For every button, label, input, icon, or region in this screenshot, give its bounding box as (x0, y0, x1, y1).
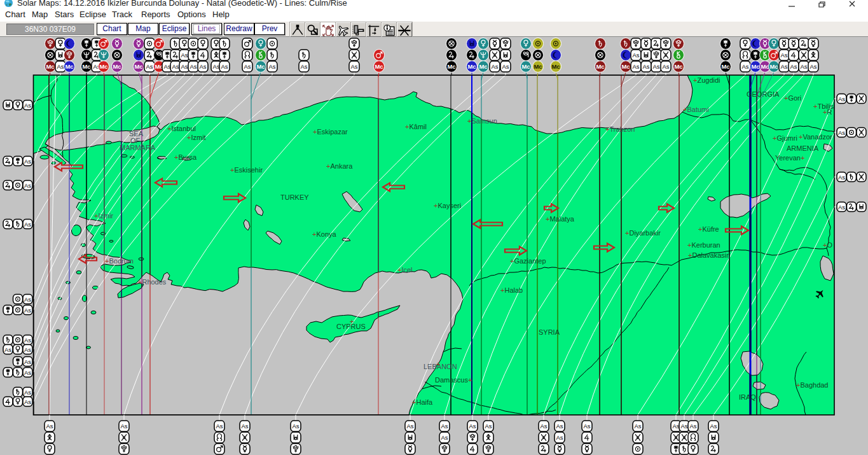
svg-text:As: As (780, 52, 787, 59)
svg-text:As: As (24, 158, 31, 165)
glyph-juno-icon (750, 50, 761, 61)
toolbar-plane-icon[interactable] (336, 22, 351, 37)
app-globe-icon (4, 0, 13, 8)
glyph-mars-icon (374, 50, 385, 61)
toolbar-move-axes-icon[interactable] (366, 22, 382, 37)
label-o: +O (823, 241, 832, 249)
line-label-as: As (500, 61, 511, 72)
svg-text:As: As (163, 63, 170, 70)
glyph-neptune-icon (81, 50, 92, 61)
menu-reports[interactable]: Reports (141, 8, 170, 22)
svg-text:As: As (838, 95, 845, 102)
menu-chart[interactable]: Chart (5, 8, 25, 22)
line-label-as: As (23, 397, 32, 407)
glyph-uranus-icon (3, 101, 13, 110)
glyph-jupiter-icon (3, 181, 13, 190)
svg-text:As: As (406, 423, 413, 430)
glyph-mercury-icon (112, 38, 123, 50)
menu-stars[interactable]: Stars (55, 8, 74, 22)
line-label-as: As (837, 172, 846, 182)
label-izmit: +Izmit (187, 134, 206, 141)
glyph-node-icon (688, 432, 698, 443)
svg-text:As: As (212, 63, 219, 70)
svg-text:Mc: Mc (65, 63, 73, 70)
glyph-pluto-icon (651, 50, 661, 60)
menu-track[interactable]: Track (112, 8, 132, 22)
line-label-as: As (23, 101, 32, 110)
glyph-fortune-icon (595, 50, 606, 61)
glyph-juno-icon (81, 38, 92, 50)
glyph-moon-icon (551, 50, 561, 61)
toolbar-info-report-icon[interactable] (382, 22, 397, 37)
toolbar-pointer-lines-icon[interactable] (290, 22, 305, 37)
line-label-as: As (3, 345, 13, 354)
glyph-pluto-icon (64, 50, 75, 61)
menu-help[interactable]: Help (212, 8, 230, 22)
glyph-venus-icon (45, 444, 55, 454)
menu-map[interactable]: Map (32, 8, 48, 22)
svg-text:As: As (244, 63, 251, 70)
glyph-vesta-icon (633, 432, 643, 443)
glyph-saturn-icon (3, 335, 13, 345)
glyph-uranus-icon (500, 50, 511, 60)
label-malatya: +Malatya (546, 215, 575, 223)
toolbar-paint-roller-icon[interactable] (351, 22, 366, 37)
line-label-as: As (740, 61, 750, 72)
svg-text:As: As (838, 204, 845, 211)
glyph-uranus-icon (467, 38, 478, 50)
line-label-as: As (23, 368, 32, 377)
label-rhodes: +Rhodes (138, 278, 167, 286)
glyph-pluto-icon (349, 38, 359, 49)
glyph-vesta-icon (661, 50, 671, 60)
svg-text:As: As (441, 423, 448, 430)
toolbar-button-chart[interactable]: Chart (97, 23, 127, 35)
line-label-mc: Mc (478, 61, 489, 73)
glyph-chiron-icon (673, 50, 684, 61)
glyph-node-icon (242, 50, 252, 60)
label-eskisehir: +Eskisehir (230, 166, 263, 174)
svg-text:As: As (292, 423, 299, 430)
line-label-mc: Mc (81, 61, 92, 73)
svg-text:As: As (24, 389, 31, 396)
svg-text:As: As (300, 63, 307, 70)
glyph-jupiter-icon (708, 444, 719, 454)
minimize-button[interactable] (782, 0, 801, 8)
glyph-mercury-icon (490, 38, 500, 49)
label-diyarbakir: +Diyarbakir (625, 229, 661, 237)
toolbar-button-map[interactable]: Map (128, 23, 158, 35)
solar-map[interactable]: +Istanbul+Izmit+Bursa+Eskisehir+Eskipaza… (0, 37, 868, 455)
menu-eclipse[interactable]: Eclipse (79, 8, 106, 22)
close-button[interactable] (843, 0, 862, 8)
glyph-saturn-icon (595, 38, 606, 50)
svg-text:As: As (502, 63, 509, 70)
label-haifa: +Haifa (412, 398, 433, 406)
svg-text:Mc: Mc (375, 63, 383, 70)
toolbar-button-eclipse[interactable]: Eclipse (159, 23, 189, 35)
svg-text:As: As (24, 337, 31, 344)
glyph-jupiter-icon (446, 50, 457, 61)
glyph-mercury-icon (555, 444, 565, 454)
toolbar-button-redraw[interactable]: Redraw (224, 23, 254, 35)
line-label-as: As (808, 61, 818, 72)
toolbar-pan-hand-icon[interactable] (320, 22, 336, 37)
line-label-as: As (23, 220, 32, 229)
glyph-node-icon (214, 432, 224, 443)
glyph-saturn-icon (299, 50, 309, 60)
glyph-fortune-icon (720, 50, 731, 61)
toolbar-button-prev[interactable]: Prev (254, 23, 285, 35)
toolbar-star-lines-icon[interactable] (397, 22, 412, 37)
line-label-as: As (789, 61, 799, 72)
toolbar-button-lines[interactable]: Lines (191, 23, 222, 35)
glyph-mars-icon (154, 38, 165, 50)
glyph-sun-icon (551, 38, 561, 50)
menu-options[interactable]: Options (177, 8, 206, 22)
label-zugdidi: +Zugdidi (693, 76, 720, 84)
glyph-venus-icon (13, 101, 23, 110)
label-kerburan: +Kerburan (687, 241, 720, 249)
line-label-as: As (299, 61, 309, 72)
toolbar-zoom-icon[interactable] (305, 22, 320, 37)
glyph-pluto-icon (45, 38, 56, 50)
svg-text:As: As (838, 129, 845, 136)
glyph-venus-icon (256, 38, 266, 50)
maximize-button[interactable] (811, 0, 830, 8)
